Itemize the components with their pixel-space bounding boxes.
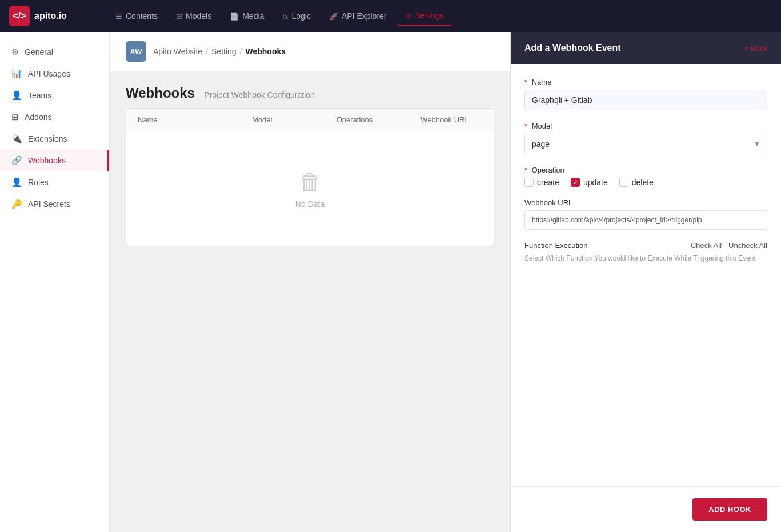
breadcrumb-project[interactable]: Apito Website xyxy=(153,47,202,56)
sidebar-item-teams[interactable]: 👤Teams xyxy=(0,85,109,106)
models-nav-icon: ⊞ xyxy=(176,12,182,21)
nav-item-contents[interactable]: ☰Contents xyxy=(107,7,166,25)
logo-text: apito.io xyxy=(34,11,67,21)
nav-item-settings[interactable]: ⚙Settings xyxy=(397,6,452,26)
col-model: Model xyxy=(241,109,325,131)
no-data-text: No Data xyxy=(295,199,325,209)
delete-checkbox[interactable] xyxy=(619,178,628,187)
no-data-icon: 🗑 xyxy=(299,169,322,195)
model-label: * Model xyxy=(524,122,767,130)
sidebar: ⚙General📊API Usages👤Teams⊞Addons🔌Extensi… xyxy=(0,32,110,532)
webhooks-header: Webhooks Project Webhook Configuration xyxy=(110,71,510,108)
sidebar-item-general[interactable]: ⚙General xyxy=(0,41,109,63)
back-button[interactable]: < Back xyxy=(744,44,767,53)
page-title: Webhooks xyxy=(126,85,195,101)
fn-exec-header: Function Execution Check All Uncheck All xyxy=(524,241,767,250)
model-select-wrap: page post user ▼ xyxy=(524,134,767,154)
model-select[interactable]: page post user xyxy=(524,134,767,154)
sidebar-item-api-usages[interactable]: 📊API Usages xyxy=(0,63,109,85)
logo-icon: </> xyxy=(9,6,30,26)
check-all-link[interactable]: Check All xyxy=(691,241,722,250)
panel-footer: ADD HOOK xyxy=(511,486,781,532)
update-checkbox[interactable] xyxy=(571,178,580,187)
sidebar-item-addons[interactable]: ⊞Addons xyxy=(0,106,109,128)
webhooks-table: NameModelOperationsWebhook URL 🗑 No Data xyxy=(126,108,494,246)
operations-row: create update delete xyxy=(524,178,767,187)
col-name: Name xyxy=(126,109,241,131)
webhook-url-field-group: Webhook URL xyxy=(524,198,767,230)
operation-delete[interactable]: delete xyxy=(619,178,654,187)
top-nav: </> apito.io ☰Contents⊞Models📄MediafxLog… xyxy=(0,0,781,32)
media-nav-icon: 📄 xyxy=(230,12,239,21)
sidebar-item-extensions[interactable]: 🔌Extensions xyxy=(0,128,109,150)
table-body: 🗑 No Data xyxy=(126,131,494,246)
contents-nav-icon: ☰ xyxy=(115,12,122,21)
table-header: NameModelOperationsWebhook URL xyxy=(126,109,494,131)
api-explorer-nav-icon: 🚀 xyxy=(329,12,338,21)
sidebar-item-roles[interactable]: 👤Roles xyxy=(0,171,109,193)
fn-description: Select Which Function You would like to … xyxy=(524,253,767,263)
api-secrets-sidebar-icon: 🔑 xyxy=(11,199,22,209)
col-webhook-url: Webhook URL xyxy=(409,109,494,131)
name-field-group: * Name xyxy=(524,78,767,110)
api-usages-sidebar-icon: 📊 xyxy=(11,69,22,79)
model-field-group: * Model page post user ▼ xyxy=(524,122,767,154)
nav-item-models[interactable]: ⊞Models xyxy=(168,7,219,25)
name-input[interactable] xyxy=(524,90,767,110)
project-avatar: AW xyxy=(126,41,146,62)
settings-nav-icon: ⚙ xyxy=(405,11,412,20)
fn-exec-label: Function Execution xyxy=(524,241,588,250)
sidebar-item-api-secrets[interactable]: 🔑API Secrets xyxy=(0,193,109,215)
col-operations: Operations xyxy=(325,109,410,131)
webhook-url-input[interactable] xyxy=(524,210,767,230)
teams-sidebar-icon: 👤 xyxy=(11,90,22,101)
function-execution-group: Function Execution Check All Uncheck All… xyxy=(524,241,767,263)
logo-area[interactable]: </> apito.io xyxy=(9,6,89,26)
update-label: update xyxy=(583,178,608,187)
right-panel: Add a Webhook Event < Back * Name * Mode… xyxy=(510,32,781,532)
webhook-url-label: Webhook URL xyxy=(524,198,767,207)
page-header: AW Apito Website / Setting / Webhooks xyxy=(110,32,510,71)
roles-sidebar-icon: 👤 xyxy=(11,177,22,187)
breadcrumb: Apito Website / Setting / Webhooks xyxy=(153,47,286,56)
operation-field-group: * Operation create update delete xyxy=(524,166,767,187)
add-hook-button[interactable]: ADD HOOK xyxy=(692,498,767,521)
operation-update[interactable]: update xyxy=(571,178,608,187)
operation-label: * Operation xyxy=(524,166,767,174)
extensions-sidebar-icon: 🔌 xyxy=(11,134,22,144)
nav-item-media[interactable]: 📄Media xyxy=(222,7,272,25)
create-checkbox[interactable] xyxy=(524,178,534,187)
nav-item-api-explorer[interactable]: 🚀API Explorer xyxy=(321,7,395,25)
breadcrumb-sep-1: / xyxy=(206,47,208,56)
breadcrumb-current: Webhooks xyxy=(246,47,286,56)
fn-exec-links: Check All Uncheck All xyxy=(691,241,767,250)
uncheck-all-link[interactable]: Uncheck All xyxy=(728,241,767,250)
sidebar-item-webhooks[interactable]: 🔗Webhooks xyxy=(0,150,109,171)
create-label: create xyxy=(537,178,559,187)
breadcrumb-sep-2: / xyxy=(240,47,242,56)
nav-items: ☰Contents⊞Models📄MediafxLogic🚀API Explor… xyxy=(107,6,772,26)
page-subtitle: Project Webhook Configuration xyxy=(204,90,315,99)
nav-item-logic[interactable]: fxLogic xyxy=(274,7,319,25)
addons-sidebar-icon: ⊞ xyxy=(11,112,19,122)
breadcrumb-section[interactable]: Setting xyxy=(211,47,237,56)
webhooks-sidebar-icon: 🔗 xyxy=(11,155,22,166)
logic-nav-icon: fx xyxy=(282,12,288,21)
panel-body: * Name * Model page post user ▼ xyxy=(511,64,781,486)
main-layout: ⚙General📊API Usages👤Teams⊞Addons🔌Extensi… xyxy=(0,32,781,532)
delete-label: delete xyxy=(632,178,654,187)
name-label: * Name xyxy=(524,78,767,86)
panel-title: Add a Webhook Event xyxy=(524,43,621,53)
content-area: AW Apito Website / Setting / Webhooks We… xyxy=(110,32,510,532)
general-sidebar-icon: ⚙ xyxy=(11,47,19,57)
operation-create[interactable]: create xyxy=(524,178,559,187)
panel-header: Add a Webhook Event < Back xyxy=(511,32,781,64)
